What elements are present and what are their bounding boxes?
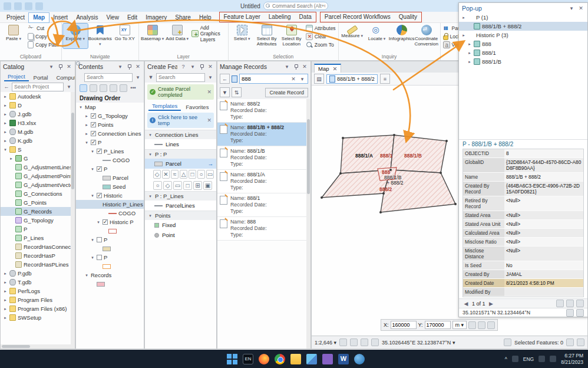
attribute-row[interactable]: Created By Record {464BA6C3-E9CE-4906-A7… (463, 182, 583, 196)
ribbon-tab[interactable]: Share (171, 13, 195, 22)
flash-feature-icon[interactable] (566, 300, 574, 307)
map-view-tab[interactable]: Map ✕ (314, 64, 341, 73)
catalog-tree-item[interactable]: ▸ SWSetup (1, 313, 75, 322)
expand-arrow-icon[interactable]: ▸ (84, 114, 89, 119)
catalog-tree-item[interactable]: ▸ P.gdb (1, 269, 75, 278)
close-icon[interactable]: ✕ (65, 64, 72, 70)
attribute-row[interactable]: GlobalID {32D884A7-644D-4570-86CD-A80D8F… (463, 158, 583, 173)
pin-icon[interactable] (126, 64, 132, 70)
expand-arrow-icon[interactable]: ▸ (3, 103, 8, 108)
layer-visibility-checkbox[interactable] (97, 193, 102, 198)
construction-tool[interactable]: ○ (153, 181, 162, 190)
popup-tree-item[interactable]: ▸ 888/1 (459, 48, 587, 57)
layer-tree-item[interactable]: ▾ Historic P (76, 218, 144, 226)
clock[interactable]: 6:27 PM 8/21/2023 (561, 353, 583, 365)
catalog-tree-item[interactable]: RecordHasConnect (1, 242, 75, 251)
expand-arrow-icon[interactable]: ▾ (90, 238, 95, 242)
back-button[interactable]: ← (220, 74, 230, 84)
group-p-p[interactable]: ▾ P : P (145, 149, 216, 159)
popup-tree-item[interactable]: ▸ 888/1/B (459, 57, 587, 66)
layer-tree-item[interactable]: ▾ Map (76, 103, 144, 111)
ribbon-tab[interactable]: Parcel Record Workflows (321, 12, 395, 22)
construction-tool[interactable]: ⊞ (193, 181, 202, 190)
catalog-tree-item[interactable]: ▸ Autodesk (1, 92, 75, 101)
record-search[interactable]: ✕ ▾ (239, 74, 308, 84)
catalog-tree-item[interactable]: ▸ D (1, 101, 75, 110)
ribbon-tab[interactable]: Help (195, 13, 216, 22)
ribbon-button[interactable]: Basemap (140, 24, 165, 43)
active-record-box[interactable]: 888/1/B + 888/2 (326, 74, 378, 84)
copy-icon[interactable] (566, 309, 574, 317)
attribute-row[interactable]: Retired By Record <Null> (463, 196, 583, 211)
close-icon[interactable]: ✕ (207, 64, 214, 70)
ribbon-button[interactable]: Attributes (305, 25, 337, 32)
template-point[interactable]: Point (145, 230, 216, 240)
construction-tool[interactable]: ▭ (173, 181, 182, 190)
ribbon-tab[interactable]: View (102, 13, 123, 22)
catalog-tree-item[interactable]: P_Lines (1, 234, 75, 242)
undo-icon[interactable] (25, 2, 32, 10)
ribbon-button[interactable]: Add Data (165, 24, 190, 43)
catalog-tab[interactable]: Project (4, 73, 29, 81)
file-explorer-icon[interactable] (290, 354, 301, 364)
chevron-down-icon[interactable]: ▾ (299, 76, 306, 82)
chrome-icon[interactable] (275, 354, 285, 364)
expand-arrow-icon[interactable]: ▾ (96, 220, 101, 225)
layer-tree-item[interactable]: ▸ Points (76, 120, 144, 129)
catalog-tree-item[interactable]: ▸ PerfLogs (1, 287, 75, 295)
catalog-tree-item[interactable]: ▸ G (1, 154, 75, 163)
catalog-tree-item[interactable]: RecordHasPLines (1, 260, 75, 269)
list-by-editing-icon[interactable] (110, 84, 117, 92)
more-options-icon[interactable]: ••• (130, 85, 137, 91)
catalog-tree-item[interactable]: G_Connections (1, 189, 75, 198)
layer-tree-item[interactable] (76, 262, 144, 271)
catalog-tree-item[interactable]: ▸ Program Files (x86) (1, 304, 75, 313)
attribute-row[interactable]: Modified By (463, 288, 583, 297)
template-parcel[interactable]: Parcel → (145, 159, 216, 169)
attribute-row[interactable]: Stated Area Unit <Null> (463, 220, 583, 229)
layer-tree-item[interactable]: ▾ P (76, 253, 144, 262)
previous-feature-icon[interactable]: ◀ (463, 301, 470, 307)
pin-icon[interactable] (199, 64, 204, 70)
menu-icon[interactable] (4, 2, 11, 10)
expand-arrow-icon[interactable]: ▾ (148, 152, 153, 157)
expand-arrow-icon[interactable]: ▾ (3, 147, 8, 152)
record-manager-icon[interactable]: ▤ (314, 74, 324, 84)
expand-arrow-icon[interactable]: ▸ (3, 139, 8, 143)
selected-features-count[interactable]: Selected Features: 0 (514, 340, 563, 346)
expand-arrow-icon[interactable]: ▾ (90, 149, 95, 154)
layer-visibility-checkbox[interactable] (91, 140, 96, 145)
attribute-row[interactable]: Stated Area <Null> (463, 211, 583, 220)
ribbon-tab[interactable]: Imagery (141, 13, 171, 22)
expand-arrow-icon[interactable]: ▾ (90, 193, 95, 198)
close-icon[interactable]: ✕ (301, 64, 308, 70)
speaker-icon[interactable] (512, 356, 518, 362)
popup-tree-item[interactable]: ▸ 888 (459, 40, 587, 48)
unit-dropdown[interactable]: m ▾ (452, 321, 467, 329)
close-icon[interactable]: ✕ (207, 117, 212, 123)
layout-icon[interactable] (350, 339, 358, 346)
ribbon-button[interactable]: Infographics (389, 24, 414, 48)
expand-arrow-icon[interactable]: ▾ (90, 255, 95, 260)
command-search-input[interactable] (263, 2, 328, 10)
expand-arrow-icon[interactable]: ▸ (84, 123, 89, 127)
redo-icon[interactable] (35, 2, 43, 10)
group-p-plines[interactable]: ▾ P : P_Lines (145, 191, 216, 201)
ribbon-tab[interactable]: Insert (49, 13, 72, 22)
close-icon[interactable]: ✕ (332, 65, 337, 72)
y-coordinate-input[interactable] (425, 321, 451, 329)
attribute-row[interactable]: Is Seed No (463, 261, 583, 270)
layer-tree-item[interactable]: ▾ P (76, 165, 144, 173)
catalog-tree-item[interactable]: ▸ H3.xlsx (1, 119, 75, 127)
info-banner[interactable]: i Click here to see temp ✕ (147, 113, 214, 128)
ribbon-tab[interactable]: Project (2, 13, 29, 22)
construction-tool[interactable]: △ (180, 170, 187, 179)
expand-arrow-icon[interactable]: ▸ (3, 121, 8, 126)
word-icon[interactable]: W (338, 354, 349, 364)
zoom-to-feature-icon[interactable] (556, 300, 564, 307)
expand-arrow-icon[interactable]: ▾ (78, 105, 83, 110)
ribbon-button[interactable]: Clear (305, 33, 337, 40)
layer-tree-item[interactable] (76, 244, 144, 253)
arcgis-pro-icon[interactable] (354, 354, 365, 364)
expand-arrow-icon[interactable]: ▾ (84, 273, 89, 278)
